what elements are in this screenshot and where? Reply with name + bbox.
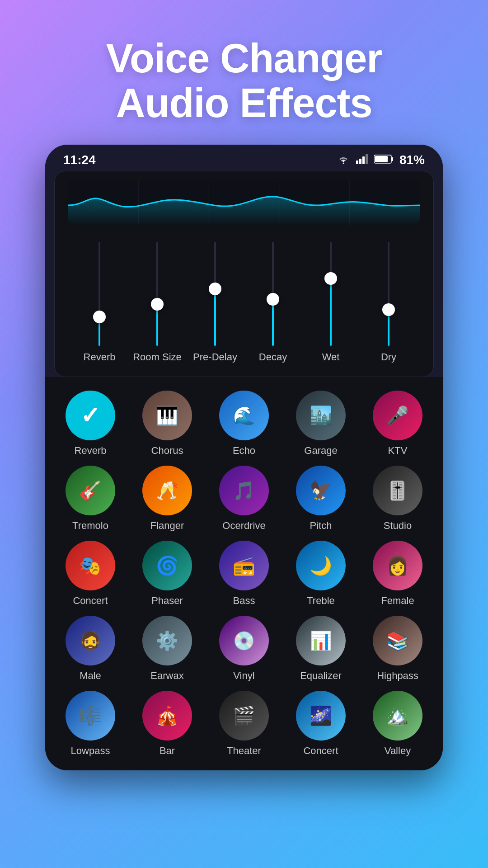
effect-inner-ocerdrive: 🎵 [219,466,269,515]
slider-col-reverb: Reverb [73,242,126,363]
slider-col-decay: Decay [246,242,300,363]
effect-circle-theater: 🎬 [219,691,269,741]
effect-inner-ktv: 🎤 [373,391,422,440]
effect-item-garage[interactable]: 🏙️Garage [285,391,357,457]
effect-item-bar[interactable]: 🎪Bar [131,691,203,757]
effect-label-valley: Valley [385,745,411,757]
effect-label-female: Female [381,595,414,607]
effect-inner-valley: 🏔️ [373,691,422,741]
effect-circle-vinyl: 💿 [219,616,269,665]
slider-track-preDelay[interactable] [214,242,216,346]
effect-inner-concert2: 🌌 [296,691,346,741]
effect-label-concert: Concert [73,595,108,607]
effect-item-theater[interactable]: 🎬Theater [208,691,280,757]
effect-inner-male: 🧔 [66,616,115,665]
slider-track-reverb[interactable] [99,242,100,346]
effect-inner-studio: 🎚️ [373,466,422,515]
slider-col-preDelay: Pre-Delay [188,242,242,363]
phone-frame: 11:24 [45,145,443,770]
effect-inner-theater: 🎬 [219,691,269,741]
status-bar: 11:24 [45,145,443,171]
sliders-container: ReverbRoom SizePre-DelayDecayWetDry [68,236,420,363]
status-time: 11:24 [63,153,96,167]
slider-thumb-roomSize[interactable] [151,298,164,311]
effect-item-equalizer[interactable]: 📊Equalizer [285,616,357,682]
slider-label-roomSize: Room Size [133,351,182,363]
effect-item-concert2[interactable]: 🌌Concert [285,691,357,757]
effect-inner-chorus: 🎹 [142,391,192,440]
svg-rect-1 [356,160,358,164]
effect-label-earwax: Earwax [150,670,183,682]
effect-item-lowpass[interactable]: 🎼Lowpass [54,691,127,757]
svg-point-0 [343,163,344,164]
waveform-display [68,180,420,226]
effect-item-pitch[interactable]: 🦅Pitch [285,466,357,532]
effect-item-studio[interactable]: 🎚️Studio [361,466,434,532]
slider-col-roomSize: Room Size [131,242,184,363]
effect-item-ocerdrive[interactable]: 🎵Ocerdrive [208,466,280,532]
effect-item-earwax[interactable]: ⚙️Earwax [131,616,203,682]
slider-thumb-reverb[interactable] [93,311,106,323]
effect-item-male[interactable]: 🧔Male [54,616,127,682]
slider-thumb-preDelay[interactable] [209,283,221,295]
effect-circle-chorus: 🎹 [142,391,192,440]
effect-label-phaser: Phaser [151,595,183,607]
svg-rect-4 [366,154,368,164]
signal-icon [356,153,369,167]
effect-circle-bass: 📻 [219,541,269,590]
effects-grid: ✓Reverb🎹Chorus🌊Echo🏙️Garage🎤KTV🎸Tremolo🥂… [54,391,434,757]
slider-track-decay[interactable] [272,242,274,346]
effect-inner-earwax: ⚙️ [142,616,192,665]
effect-circle-reverb: ✓ [66,391,115,440]
svg-rect-2 [359,159,361,164]
slider-track-roomSize[interactable] [156,242,158,346]
effect-circle-lowpass: 🎼 [66,691,115,741]
effect-item-valley[interactable]: 🏔️Valley [361,691,434,757]
slider-label-reverb: Reverb [84,351,116,363]
svg-rect-3 [362,156,365,164]
svg-rect-7 [375,156,388,162]
effect-item-bass[interactable]: 📻Bass [208,541,280,607]
effect-circle-phaser: 🌀 [142,541,192,590]
eq-section: ReverbRoom SizePre-DelayDecayWetDry [54,171,434,377]
effect-inner-tremolo: 🎸 [66,466,115,515]
effect-inner-highpass: 📚 [373,616,422,665]
effect-label-ktv: KTV [388,445,408,457]
effect-circle-female: 👩 [373,541,422,590]
effect-label-bar: Bar [160,745,175,757]
effect-inner-phaser: 🌀 [142,541,192,590]
effect-label-tremolo: Tremolo [72,520,108,532]
slider-thumb-wet[interactable] [324,272,337,285]
effect-circle-male: 🧔 [66,616,115,665]
effect-circle-equalizer: 📊 [296,616,346,665]
effect-inner-concert: 🎭 [66,541,115,590]
effect-item-concert[interactable]: 🎭Concert [54,541,127,607]
effect-item-phaser[interactable]: 🌀Phaser [131,541,203,607]
effect-item-tremolo[interactable]: 🎸Tremolo [54,466,127,532]
effect-item-treble[interactable]: 🌙Treble [285,541,357,607]
effect-label-vinyl: Vinyl [233,670,254,682]
effect-inner-vinyl: 💿 [219,616,269,665]
effect-label-ocerdrive: Ocerdrive [222,520,265,532]
slider-track-wet[interactable] [330,242,332,346]
svg-rect-6 [391,157,393,161]
effect-item-vinyl[interactable]: 💿Vinyl [208,616,280,682]
effect-item-highpass[interactable]: 📚Highpass [361,616,434,682]
wifi-icon [336,153,351,167]
slider-thumb-dry[interactable] [382,303,395,316]
slider-thumb-decay[interactable] [267,293,279,306]
effect-circle-echo: 🌊 [219,391,269,440]
slider-label-decay: Decay [259,351,287,363]
effect-item-female[interactable]: 👩Female [361,541,434,607]
slider-track-dry[interactable] [388,242,389,346]
effect-item-chorus[interactable]: 🎹Chorus [131,391,203,457]
effect-item-echo[interactable]: 🌊Echo [208,391,280,457]
effect-item-reverb[interactable]: ✓Reverb [54,391,127,457]
effect-item-flanger[interactable]: 🥂Flanger [131,466,203,532]
effect-circle-valley: 🏔️ [373,691,422,741]
effect-circle-earwax: ⚙️ [142,616,192,665]
effect-item-ktv[interactable]: 🎤KTV [361,391,434,457]
effect-circle-concert2: 🌌 [296,691,346,741]
effect-label-flanger: Flanger [150,520,184,532]
effect-inner-female: 👩 [373,541,422,590]
